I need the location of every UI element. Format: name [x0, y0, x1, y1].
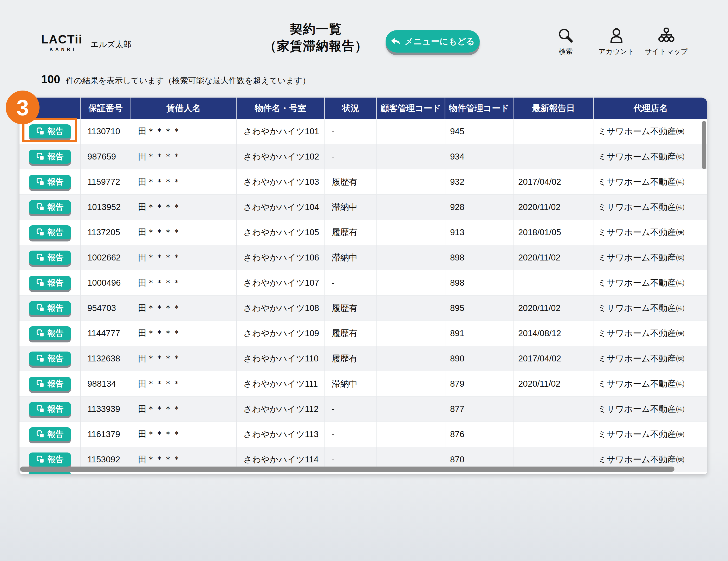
app-logo[interactable]: LACTii KANRI — [41, 33, 82, 52]
report-button[interactable]: 報告 — [29, 250, 71, 264]
cell-agency-name: ミサワホーム不動産㈱ — [594, 245, 707, 270]
cell-agency-name: ミサワホーム不動産㈱ — [594, 371, 707, 397]
report-button[interactable]: 報告 — [29, 453, 71, 467]
cell-property-name: さわやかハイツ112 — [237, 397, 325, 422]
header-customer-code: 顧客管理コード — [377, 98, 445, 119]
cell-latest-report-date: 2020/11/02 — [513, 195, 594, 220]
cell-status: 履歴有 — [325, 346, 377, 371]
cell-property-name: さわやかハイツ104 — [237, 195, 325, 220]
report-button-label: 報告 — [48, 429, 64, 440]
report-icon — [36, 304, 45, 313]
report-button[interactable]: 報告 — [29, 276, 71, 290]
cell-property-name: さわやかハイツ111 — [237, 371, 325, 397]
report-button[interactable]: 報告 — [29, 175, 71, 189]
header-property-code: 物件管理コード — [445, 98, 513, 119]
table-row: 報告 1159772 田＊＊＊＊ さわやかハイツ103 履歴有 932 2017… — [19, 169, 707, 195]
nav-label-sitemap: サイトマップ — [645, 47, 688, 56]
cell-property-code: 898 — [445, 245, 513, 270]
report-button[interactable]: 報告 — [29, 200, 71, 214]
report-button-label: 報告 — [48, 252, 64, 263]
report-icon — [36, 278, 45, 287]
cell-tenant-name: 田＊＊＊＊ — [131, 371, 237, 397]
report-icon — [36, 253, 45, 262]
report-button[interactable]: 報告 — [29, 326, 71, 340]
cell-property-code: 895 — [445, 296, 513, 321]
cell-customer-code — [377, 119, 445, 144]
report-button[interactable]: 報告 — [29, 377, 71, 391]
vertical-scrollbar-thumb[interactable] — [702, 121, 706, 169]
action-cell: 報告 — [19, 144, 81, 169]
back-to-menu-button[interactable]: メニューにもどる — [386, 30, 480, 53]
cell-property-name: さわやかハイツ109 — [237, 321, 325, 346]
cell-latest-report-date — [513, 119, 594, 144]
report-button[interactable]: 報告 — [29, 352, 71, 366]
table-header-row: 保証番号 賃借人名 物件名・号室 状況 顧客管理コード 物件管理コード 最新報告… — [19, 98, 707, 119]
table-row: 報告 1000496 田＊＊＊＊ さわやかハイツ107 - 898 ミサワホーム… — [19, 270, 707, 296]
cell-guarantee-number: 988134 — [81, 371, 131, 397]
report-button-label: 報告 — [48, 328, 64, 339]
cell-agency-name: ミサワホーム不動産㈱ — [594, 422, 707, 447]
report-button[interactable]: 報告 — [29, 225, 71, 239]
header-property-name: 物件名・号室 — [237, 98, 325, 119]
cell-customer-code — [377, 169, 445, 195]
sitemap-icon — [658, 28, 675, 45]
table-row: 報告 1013952 田＊＊＊＊ さわやかハイツ104 滞納中 928 2020… — [19, 195, 707, 220]
cell-customer-code — [377, 245, 445, 270]
cell-guarantee-number: 987659 — [81, 144, 131, 169]
table-body: 報告 1130710 田＊＊＊＊ さわやかハイツ101 - 945 ミサワホーム… — [19, 119, 707, 472]
action-cell: 報告 — [19, 195, 81, 220]
report-button[interactable]: 報告 — [29, 301, 71, 315]
report-button-label: 報告 — [48, 454, 64, 465]
report-button[interactable]: 報告 — [29, 402, 71, 416]
table-row: 報告 954703 田＊＊＊＊ さわやかハイツ108 履歴有 895 2020/… — [19, 296, 707, 321]
results-summary: 100 件の結果を表示しています（検索可能な最大件数を超えています） — [41, 73, 310, 86]
reply-arrow-icon — [391, 37, 400, 46]
action-cell: 報告 — [19, 397, 81, 422]
cell-property-code: 890 — [445, 346, 513, 371]
report-button-label: 報告 — [48, 277, 64, 288]
horizontal-scrollbar-thumb[interactable] — [20, 467, 674, 472]
cell-customer-code — [377, 422, 445, 447]
results-count: 100 — [41, 73, 60, 86]
report-icon — [36, 405, 45, 414]
action-cell: 報告 — [19, 346, 81, 371]
cell-status: 履歴有 — [325, 220, 377, 245]
cell-property-code: 913 — [445, 220, 513, 245]
cell-status: 滞納中 — [325, 245, 377, 270]
cell-latest-report-date — [513, 397, 594, 422]
table-row: 報告 988134 田＊＊＊＊ さわやかハイツ111 滞納中 879 2020/… — [19, 371, 707, 397]
cell-agency-name: ミサワホーム不動産㈱ — [594, 270, 707, 296]
cell-property-code: 879 — [445, 371, 513, 397]
cell-status: 履歴有 — [325, 296, 377, 321]
action-cell: 報告 — [19, 245, 81, 270]
cell-tenant-name: 田＊＊＊＊ — [131, 169, 237, 195]
cell-customer-code — [377, 296, 445, 321]
horizontal-scrollbar[interactable] — [20, 466, 707, 472]
cell-property-code: 934 — [445, 144, 513, 169]
cell-customer-code — [377, 195, 445, 220]
cell-status: - — [325, 119, 377, 144]
report-icon — [36, 379, 45, 388]
report-icon — [36, 455, 45, 464]
nav-item-search[interactable]: 検索 — [551, 28, 580, 56]
table-row: 報告 1137205 田＊＊＊＊ さわやかハイツ105 履歴有 913 2018… — [19, 220, 707, 245]
cell-property-name: さわやかハイツ105 — [237, 220, 325, 245]
nav-item-sitemap[interactable]: サイトマップ — [642, 28, 691, 56]
cell-customer-code — [377, 397, 445, 422]
cell-property-name: さわやかハイツ108 — [237, 296, 325, 321]
cell-latest-report-date: 2018/01/05 — [513, 220, 594, 245]
report-button-label: 報告 — [48, 303, 64, 314]
search-icon — [557, 28, 574, 45]
report-button[interactable]: 報告 — [29, 150, 71, 164]
action-cell: 報告 — [19, 270, 81, 296]
table-row: 報告 1130710 田＊＊＊＊ さわやかハイツ101 - 945 ミサワホーム… — [19, 119, 707, 144]
cell-status: - — [325, 397, 377, 422]
header-guarantee-number: 保証番号 — [81, 98, 131, 119]
report-button-label: 報告 — [48, 176, 64, 187]
report-button[interactable]: 報告 — [29, 427, 71, 441]
report-button-label: 報告 — [48, 378, 64, 389]
cell-guarantee-number: 1130710 — [81, 119, 131, 144]
nav-item-account[interactable]: アカウント — [595, 28, 638, 56]
cell-latest-report-date: 2020/11/02 — [513, 296, 594, 321]
cell-customer-code — [377, 270, 445, 296]
